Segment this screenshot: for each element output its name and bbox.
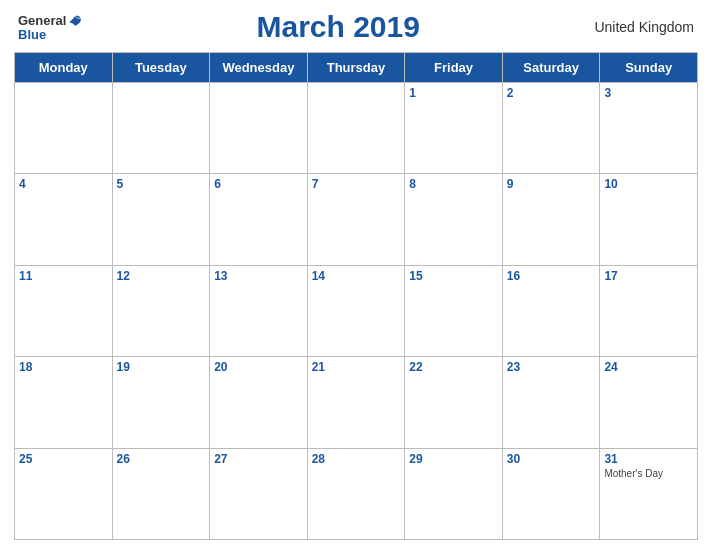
- weekday-header-monday: Monday: [15, 53, 113, 83]
- calendar-cell: [307, 83, 405, 174]
- calendar-page: General Blue March 2019 United Kingdom M…: [0, 0, 712, 550]
- calendar-cell: 12: [112, 265, 210, 356]
- week-row-4: 18192021222324: [15, 357, 698, 448]
- day-number: 25: [19, 452, 108, 466]
- day-number: 14: [312, 269, 401, 283]
- calendar-cell: 19: [112, 357, 210, 448]
- day-number: 29: [409, 452, 498, 466]
- week-row-1: 123: [15, 83, 698, 174]
- calendar-cell: 26: [112, 448, 210, 539]
- calendar-header: General Blue March 2019 United Kingdom: [14, 10, 698, 44]
- calendar-cell: 2: [502, 83, 600, 174]
- logo-bird-icon: [68, 14, 82, 28]
- day-number: 27: [214, 452, 303, 466]
- calendar-cell: 14: [307, 265, 405, 356]
- calendar-cell: 16: [502, 265, 600, 356]
- day-number: 4: [19, 177, 108, 191]
- calendar-country: United Kingdom: [594, 19, 694, 35]
- calendar-cell: 24: [600, 357, 698, 448]
- day-number: 18: [19, 360, 108, 374]
- day-number: 2: [507, 86, 596, 100]
- day-number: 21: [312, 360, 401, 374]
- calendar-cell: 13: [210, 265, 308, 356]
- weekday-header-thursday: Thursday: [307, 53, 405, 83]
- weekday-header-tuesday: Tuesday: [112, 53, 210, 83]
- calendar-cell: 9: [502, 174, 600, 265]
- logo-general: General: [18, 14, 66, 27]
- week-row-5: 25262728293031Mother's Day: [15, 448, 698, 539]
- day-number: 7: [312, 177, 401, 191]
- calendar-title: March 2019: [82, 10, 594, 44]
- calendar-cell: 1: [405, 83, 503, 174]
- day-number: 15: [409, 269, 498, 283]
- calendar-cell: 25: [15, 448, 113, 539]
- day-number: 16: [507, 269, 596, 283]
- calendar-cell: 27: [210, 448, 308, 539]
- calendar-cell: 17: [600, 265, 698, 356]
- day-number: 13: [214, 269, 303, 283]
- calendar-cell: 6: [210, 174, 308, 265]
- day-number: 31: [604, 452, 693, 466]
- day-number: 3: [604, 86, 693, 100]
- calendar-cell: 15: [405, 265, 503, 356]
- day-number: 20: [214, 360, 303, 374]
- day-number: 5: [117, 177, 206, 191]
- week-row-3: 11121314151617: [15, 265, 698, 356]
- calendar-cell: 8: [405, 174, 503, 265]
- logo: General Blue: [18, 14, 82, 41]
- calendar-cell: 29: [405, 448, 503, 539]
- weekday-header-friday: Friday: [405, 53, 503, 83]
- day-number: 1: [409, 86, 498, 100]
- day-number: 28: [312, 452, 401, 466]
- calendar-cell: 30: [502, 448, 600, 539]
- calendar-cell: 18: [15, 357, 113, 448]
- weekday-header-saturday: Saturday: [502, 53, 600, 83]
- day-number: 9: [507, 177, 596, 191]
- calendar-cell: 20: [210, 357, 308, 448]
- day-number: 19: [117, 360, 206, 374]
- calendar-cell: 3: [600, 83, 698, 174]
- calendar-cell: 28: [307, 448, 405, 539]
- week-row-2: 45678910: [15, 174, 698, 265]
- day-number: 6: [214, 177, 303, 191]
- day-number: 10: [604, 177, 693, 191]
- day-number: 8: [409, 177, 498, 191]
- day-number: 12: [117, 269, 206, 283]
- calendar-cell: 4: [15, 174, 113, 265]
- weekday-header-wednesday: Wednesday: [210, 53, 308, 83]
- calendar-cell: 10: [600, 174, 698, 265]
- day-number: 11: [19, 269, 108, 283]
- day-number: 30: [507, 452, 596, 466]
- calendar-cell: 23: [502, 357, 600, 448]
- logo-blue: Blue: [18, 28, 46, 41]
- day-number: 22: [409, 360, 498, 374]
- day-number: 26: [117, 452, 206, 466]
- calendar-cell: [210, 83, 308, 174]
- calendar-cell: 22: [405, 357, 503, 448]
- day-number: 23: [507, 360, 596, 374]
- calendar-cell: 21: [307, 357, 405, 448]
- calendar-cell: [15, 83, 113, 174]
- calendar-cell: 11: [15, 265, 113, 356]
- calendar-cell: 5: [112, 174, 210, 265]
- calendar-cell: 7: [307, 174, 405, 265]
- day-number: 17: [604, 269, 693, 283]
- event-text: Mother's Day: [604, 468, 693, 479]
- calendar-table: MondayTuesdayWednesdayThursdayFridaySatu…: [14, 52, 698, 540]
- day-number: 24: [604, 360, 693, 374]
- weekday-header-sunday: Sunday: [600, 53, 698, 83]
- weekday-header-row: MondayTuesdayWednesdayThursdayFridaySatu…: [15, 53, 698, 83]
- calendar-cell: 31Mother's Day: [600, 448, 698, 539]
- calendar-cell: [112, 83, 210, 174]
